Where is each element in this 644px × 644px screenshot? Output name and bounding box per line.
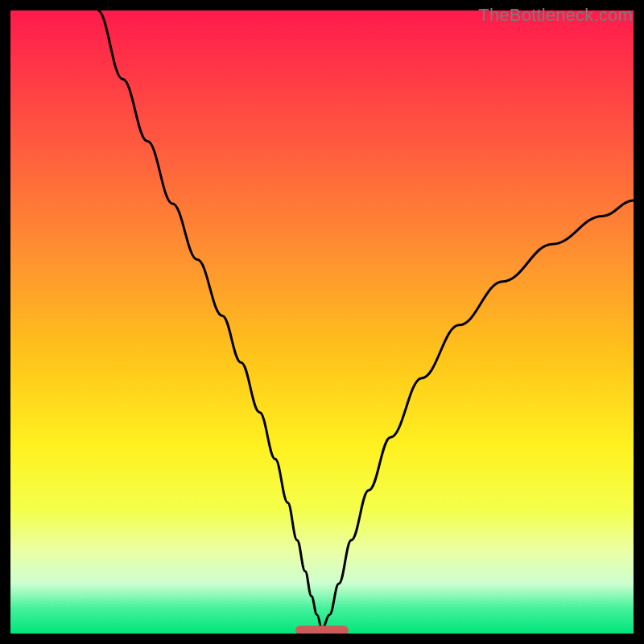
watermark-text: TheBottleneck.com [478,5,633,26]
chart-svg [10,10,634,634]
chart-background [10,10,634,634]
chart-container [10,10,634,634]
baseline-marker [295,625,349,634]
